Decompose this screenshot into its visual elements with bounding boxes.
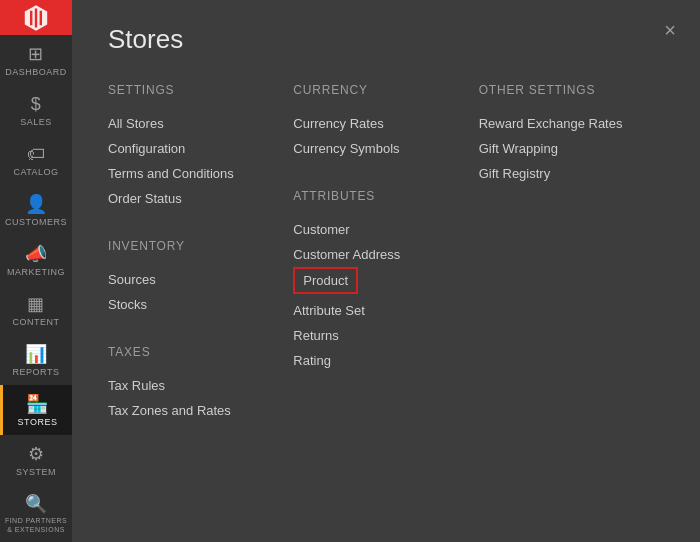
menu-item-terms[interactable]: Terms and Conditions [108,161,273,186]
menu-item-product[interactable]: Product [293,267,358,294]
menu-col-1: Settings All Stores Configuration Terms … [108,83,293,451]
menu-item-tax-rules[interactable]: Tax Rules [108,373,273,398]
marketing-icon: 📣 [25,245,48,263]
sidebar-item-reports[interactable]: 📊 Reports [0,335,72,385]
sidebar-item-customers[interactable]: 👤 Customers [0,185,72,235]
menu-col-3: Other Settings Reward Exchange Rates Gif… [479,83,664,451]
sidebar-item-label: Reports [13,367,60,377]
sidebar-item-label: Find Partners & Extensions [4,517,68,534]
close-button[interactable]: × [664,20,676,40]
menu-item-gift-wrapping[interactable]: Gift Wrapping [479,136,644,161]
sidebar-item-label: Marketing [7,267,65,277]
stores-icon: 🏪 [26,395,49,413]
menu-item-customer-address[interactable]: Customer Address [293,242,458,267]
menu-item-all-stores[interactable]: All Stores [108,111,273,136]
menu-item-tax-zones[interactable]: Tax Zones and Rates [108,398,273,423]
attributes-title: Attributes [293,189,458,203]
content-icon: ▦ [27,295,45,313]
sidebar-item-catalog[interactable]: 🏷 Catalog [0,135,72,185]
sidebar-item-dashboard[interactable]: ⊞ Dashboard [0,35,72,85]
sidebar-item-find-partners[interactable]: 🔍 Find Partners & Extensions [0,485,72,542]
menu-item-reward-exchange[interactable]: Reward Exchange Rates [479,111,644,136]
magento-logo[interactable] [0,0,72,35]
dashboard-icon: ⊞ [28,45,44,63]
menu-col-2: Currency Currency Rates Currency Symbols… [293,83,478,451]
menu-item-returns[interactable]: Returns [293,323,458,348]
taxes-title: Taxes [108,345,273,359]
currency-title: Currency [293,83,458,97]
reports-icon: 📊 [25,345,48,363]
menu-item-rating[interactable]: Rating [293,348,458,373]
other-settings-title: Other Settings [479,83,644,97]
menu-item-configuration[interactable]: Configuration [108,136,273,161]
sidebar-item-stores[interactable]: 🏪 Stores [0,385,72,435]
sidebar-item-label: Customers [5,217,67,227]
panel-title: Stores [108,24,664,55]
currency-section: Currency Currency Rates Currency Symbols [293,83,458,161]
system-icon: ⚙ [28,445,45,463]
inventory-section: Inventory Sources Stocks [108,239,273,317]
menu-item-gift-registry[interactable]: Gift Registry [479,161,644,186]
menu-item-attribute-set[interactable]: Attribute Set [293,298,458,323]
catalog-icon: 🏷 [27,145,46,163]
menu-item-order-status[interactable]: Order Status [108,186,273,211]
menu-item-sources[interactable]: Sources [108,267,273,292]
menu-item-customer[interactable]: Customer [293,217,458,242]
menu-item-currency-rates[interactable]: Currency Rates [293,111,458,136]
find-partners-icon: 🔍 [25,495,48,513]
menu-columns: Settings All Stores Configuration Terms … [108,83,664,451]
sidebar: ⊞ Dashboard $ Sales 🏷 Catalog 👤 Customer… [0,0,72,542]
sidebar-item-label: Stores [18,417,58,427]
menu-item-stocks[interactable]: Stocks [108,292,273,317]
sidebar-item-label: Dashboard [5,67,67,77]
settings-section: Settings All Stores Configuration Terms … [108,83,273,211]
sidebar-item-content[interactable]: ▦ Content [0,285,72,335]
sidebar-item-marketing[interactable]: 📣 Marketing [0,235,72,285]
customers-icon: 👤 [25,195,48,213]
sidebar-item-label: Sales [20,117,52,127]
sales-icon: $ [31,95,42,113]
sidebar-item-sales[interactable]: $ Sales [0,85,72,135]
sidebar-item-system[interactable]: ⚙ System [0,435,72,485]
attributes-section: Attributes Customer Customer Address Pro… [293,189,458,373]
sidebar-item-label: Content [13,317,60,327]
inventory-title: Inventory [108,239,273,253]
other-settings-section: Other Settings Reward Exchange Rates Gif… [479,83,644,186]
sidebar-item-label: Catalog [13,167,58,177]
sidebar-item-label: System [16,467,56,477]
taxes-section: Taxes Tax Rules Tax Zones and Rates [108,345,273,423]
menu-item-currency-symbols[interactable]: Currency Symbols [293,136,458,161]
settings-title: Settings [108,83,273,97]
stores-panel: Stores × Settings All Stores Configurati… [72,0,700,542]
